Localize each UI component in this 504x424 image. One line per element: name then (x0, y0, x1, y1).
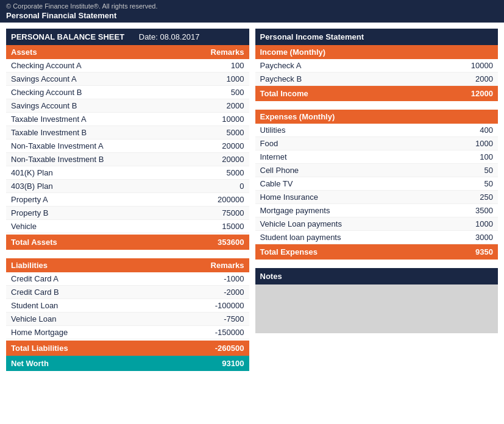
net-worth-label: Net Worth (11, 359, 49, 368)
table-row: Taxable Investment A 10000 (6, 113, 249, 126)
income-list: Paycheck A 10000 Paycheck B 2000 (255, 59, 499, 86)
total-expenses-value: 9350 (475, 247, 493, 256)
asset-value: 20000 (222, 155, 244, 164)
asset-label: Checking Account B (11, 88, 82, 97)
asset-label: Property A (11, 195, 48, 204)
income-statement-header: Personal Income Statement (255, 29, 499, 45)
total-income-value: 12000 (471, 89, 493, 98)
asset-value: 100 (231, 61, 244, 70)
expense-label: Internet (260, 152, 287, 161)
right-panel: Personal Income Statement Income (Monthl… (255, 29, 499, 371)
table-row: Cell Phone 50 (255, 164, 499, 177)
asset-value: 15000 (222, 222, 244, 231)
left-panel: PERSONAL BALANCE SHEET Date: 08.08.2017 … (6, 29, 249, 371)
balance-sheet-header: PERSONAL BALANCE SHEET Date: 08.08.2017 (6, 29, 249, 45)
liability-value: -7500 (224, 314, 244, 323)
net-worth-value: 93100 (222, 359, 244, 368)
copyright-text: © Corporate Finance Institute®. All righ… (6, 2, 158, 10)
asset-value: 5000 (227, 168, 244, 177)
table-row: Credit Card A -1000 (6, 272, 249, 286)
total-liabilities-row: Total Liabilities -260500 (6, 341, 249, 356)
expense-label: Cable TV (260, 179, 293, 188)
notes-body (255, 284, 499, 333)
assets-col-header: Assets Remarks (6, 45, 249, 59)
table-row: Paycheck B 2000 (255, 72, 499, 86)
table-row: Credit Card B -2000 (6, 286, 249, 299)
income-value: 10000 (471, 61, 493, 70)
asset-label: Non-Taxable Investment A (11, 141, 104, 150)
table-row: Property B 75000 (6, 207, 249, 220)
liabilities-list: Credit Card A -1000 Credit Card B -2000 … (6, 272, 249, 339)
notes-header: Notes (255, 268, 499, 284)
table-row: 401(K) Plan 5000 (6, 166, 249, 180)
table-row: Utilities 400 (255, 124, 499, 137)
expense-value: 1000 (475, 219, 493, 228)
table-row: Checking Account B 500 (6, 86, 249, 99)
liabilities-remarks-label: Remarks (211, 261, 244, 270)
liability-label: Student Loan (11, 301, 58, 310)
total-income-label: Total Income (260, 89, 308, 98)
liability-value: -100000 (215, 301, 244, 310)
expense-label: Mortgage payments (260, 206, 330, 215)
liabilities-label: Liabilities (11, 261, 48, 270)
asset-label: Property B (11, 208, 48, 217)
table-row: Savings Account B 2000 (6, 99, 249, 113)
asset-value: 75000 (222, 208, 244, 217)
expense-label: Vehicle Loan payments (260, 219, 342, 228)
expense-label: Student loan payments (260, 233, 341, 242)
app-title: Personal Financial Statement (6, 11, 498, 20)
asset-value: 1000 (227, 74, 244, 83)
liability-value: -2000 (224, 288, 244, 297)
table-row: Paycheck A 10000 (255, 59, 499, 72)
assets-list: Checking Account A 100 Savings Account A… (6, 59, 249, 233)
total-assets-row: Total Assets 353600 (6, 235, 249, 250)
table-row: Home Insurance 250 (255, 191, 499, 204)
income-label: Paycheck B (260, 74, 302, 83)
asset-label: 403(B) Plan (11, 182, 53, 191)
expense-value: 3000 (475, 233, 493, 242)
liability-label: Vehicle Loan (11, 314, 56, 323)
asset-label: Savings Account B (11, 101, 77, 110)
total-income-row: Total Income 12000 (255, 86, 499, 101)
total-assets-label: Total Assets (11, 238, 57, 247)
expense-label: Home Insurance (260, 193, 318, 202)
table-row: Home Mortgage -150000 (6, 326, 249, 339)
expense-label: Food (260, 139, 279, 148)
asset-value: 2000 (227, 101, 244, 110)
total-liabilities-label: Total Liabilities (11, 344, 68, 353)
asset-label: Vehicle (11, 222, 37, 231)
total-liabilities-value: -260500 (215, 344, 244, 353)
table-row: Savings Account A 1000 (6, 72, 249, 86)
asset-value: 0 (240, 182, 244, 191)
expenses-monthly-label: Expenses (Monthly) (260, 112, 335, 121)
asset-value: 20000 (222, 141, 244, 150)
notes-label: Notes (260, 272, 282, 281)
table-row: Taxable Investment B 5000 (6, 126, 249, 140)
table-row: Checking Account A 100 (6, 59, 249, 72)
liability-label: Home Mortgage (11, 328, 68, 337)
liability-value: -150000 (215, 328, 244, 337)
expenses-list: Utilities 400 Food 1000 Internet 100 Cel… (255, 124, 499, 244)
asset-label: 401(K) Plan (11, 168, 53, 177)
asset-label: Savings Account A (11, 74, 77, 83)
asset-value: 5000 (227, 128, 244, 137)
asset-value: 10000 (222, 115, 244, 124)
assets-label: Assets (11, 48, 37, 57)
top-bar: © Corporate Finance Institute®. All righ… (0, 0, 504, 23)
liabilities-col-header: Liabilities Remarks (6, 258, 249, 272)
total-assets-value: 353600 (218, 238, 244, 247)
expense-value: 1000 (475, 139, 493, 148)
table-row: Internet 100 (255, 150, 499, 164)
table-row: Vehicle Loan payments 1000 (255, 217, 499, 231)
expense-value: 3500 (475, 206, 493, 215)
asset-label: Non-Taxable Investment B (11, 155, 104, 164)
table-row: Mortgage payments 3500 (255, 204, 499, 217)
asset-label: Taxable Investment B (11, 128, 87, 137)
table-row: Student loan payments 3000 (255, 231, 499, 244)
total-expenses-label: Total Expenses (260, 247, 318, 256)
income-monthly-header: Income (Monthly) (255, 45, 499, 59)
income-monthly-label: Income (Monthly) (260, 48, 326, 57)
income-statement-title: Personal Income Statement (260, 32, 364, 41)
table-row: 403(B) Plan 0 (6, 180, 249, 193)
liability-label: Credit Card B (11, 288, 59, 297)
